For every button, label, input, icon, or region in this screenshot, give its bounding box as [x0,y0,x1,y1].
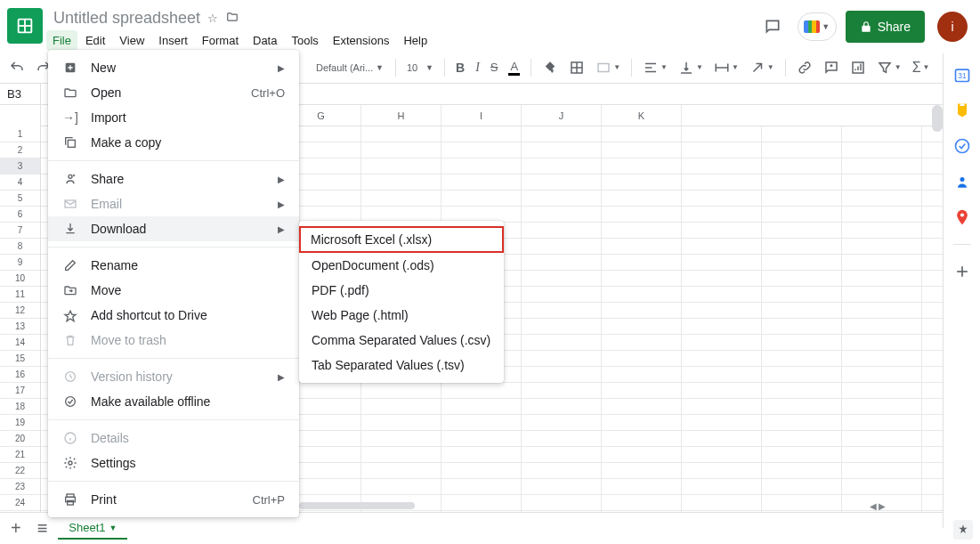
column-header[interactable]: J [522,105,602,126]
column-header[interactable]: K [602,105,682,126]
add-sheet-button[interactable]: + [5,518,27,539]
star-icon[interactable]: ☆ [207,12,218,25]
menu-share[interactable]: Share▶ [48,166,299,191]
comments-icon[interactable] [757,11,789,43]
move-folder-icon[interactable] [225,11,239,26]
borders-button[interactable] [565,57,588,78]
sheet-tab-1[interactable]: Sheet1 ▼ [58,517,127,540]
column-header[interactable]: H [361,105,441,126]
bold-button[interactable]: B [452,58,468,77]
document-title[interactable]: Untitled spreadsheet [53,9,200,28]
font-size[interactable]: 10 ▼ [403,60,437,76]
halign-button[interactable]: ▼ [639,57,671,78]
calendar-icon[interactable]: 31 [953,66,971,84]
chart-button[interactable] [846,57,870,78]
row-header[interactable]: 7 [0,223,40,239]
row-header[interactable]: 24 [0,495,40,511]
menu-import[interactable]: →]Import [48,105,299,130]
addons-icon[interactable] [953,263,971,280]
row-header[interactable]: 12 [0,303,40,319]
row-header[interactable]: 3 [0,158,40,175]
row-header[interactable]: 23 [0,479,40,495]
svg-rect-32 [960,104,964,107]
menu-version[interactable]: Version history▶ [48,364,299,389]
valign-button[interactable]: ▼ [675,57,707,78]
menu-extensions[interactable]: Extensions [327,30,396,51]
row-header[interactable]: 15 [0,351,40,367]
menu-new[interactable]: New▶ [48,55,299,80]
horizontal-scrollbar[interactable] [299,502,415,509]
font-selector[interactable]: Default (Ari... ▼ [312,59,388,77]
row-header[interactable]: 5 [0,191,40,207]
row-header[interactable]: 6 [0,207,40,223]
row-header[interactable]: 8 [0,239,40,255]
vertical-scrollbar[interactable] [932,105,943,132]
maps-icon[interactable] [953,208,971,226]
menu-view[interactable]: View [113,30,150,51]
text-color-button[interactable]: A [505,57,523,78]
strike-button[interactable]: S [487,58,502,77]
undo-button[interactable] [5,57,28,78]
keep-icon[interactable] [953,101,971,119]
menu-open[interactable]: OpenCtrl+O [48,80,299,105]
merge-button[interactable]: ▼ [592,57,624,78]
row-header[interactable]: 18 [0,399,40,415]
download-pdf[interactable]: PDF (.pdf) [299,278,504,303]
menu-offline[interactable]: Make available offline [48,389,299,414]
menu-print[interactable]: PrintCtrl+P [48,487,299,512]
row-header[interactable]: 13 [0,319,40,335]
download-xlsx[interactable]: Microsoft Excel (.xlsx) [299,226,504,253]
filter-button[interactable]: ▼ [873,57,905,78]
menu-settings[interactable]: Settings [48,451,299,475]
menu-copy[interactable]: Make a copy [48,130,299,155]
account-avatar[interactable]: i [937,12,968,42]
explore-button[interactable] [953,520,973,540]
wrap-button[interactable]: ▼ [710,57,742,78]
menu-rename[interactable]: Rename [48,253,299,278]
menu-trash[interactable]: Move to trash [48,328,299,353]
row-header[interactable]: 2 [0,142,40,158]
share-button[interactable]: Share [846,11,925,43]
menu-format[interactable]: Format [196,30,245,51]
comment-button[interactable] [820,57,843,78]
row-header[interactable]: 11 [0,287,40,303]
row-header[interactable]: 1 [0,126,40,142]
menu-insert[interactable]: Insert [152,30,194,51]
functions-button[interactable]: Σ▼ [909,57,934,78]
column-header[interactable]: I [441,105,522,126]
fill-color-button[interactable] [539,57,562,78]
rotate-button[interactable]: ▼ [746,57,778,78]
menu-help[interactable]: Help [397,30,433,51]
contacts-icon[interactable] [953,173,971,191]
name-box[interactable]: B3 [0,84,41,104]
row-header[interactable]: 22 [0,463,40,479]
menu-data[interactable]: Data [247,30,283,51]
row-header[interactable]: 10 [0,271,40,287]
row-header[interactable]: 19 [0,415,40,431]
download-tsv[interactable]: Tab Separated Values (.tsv) [299,353,504,378]
menu-edit[interactable]: Edit [79,30,111,51]
meet-button[interactable]: ▼ [798,12,837,41]
all-sheets-button[interactable]: ≡ [32,518,53,539]
tasks-icon[interactable] [953,137,971,155]
menu-tools[interactable]: Tools [285,30,324,51]
menu-email[interactable]: Email▶ [48,191,299,216]
row-header[interactable]: 17 [0,383,40,399]
row-header[interactable]: 21 [0,447,40,463]
menu-add-shortcut[interactable]: Add shortcut to Drive [48,303,299,328]
row-header[interactable]: 16 [0,367,40,383]
link-button[interactable] [793,57,816,78]
menu-details[interactable]: Details [48,426,299,451]
menu-file[interactable]: File [46,30,77,51]
row-header[interactable]: 4 [0,175,40,191]
menu-move[interactable]: Move [48,278,299,303]
sheets-logo[interactable] [7,8,43,44]
row-header[interactable]: 9 [0,255,40,271]
row-header[interactable]: 14 [0,335,40,351]
menu-download[interactable]: Download▶ [48,216,299,241]
italic-button[interactable]: I [472,58,483,77]
download-html[interactable]: Web Page (.html) [299,303,504,328]
download-ods[interactable]: OpenDocument (.ods) [299,253,504,278]
download-csv[interactable]: Comma Separated Values (.csv) [299,328,504,353]
row-header[interactable]: 20 [0,431,40,447]
